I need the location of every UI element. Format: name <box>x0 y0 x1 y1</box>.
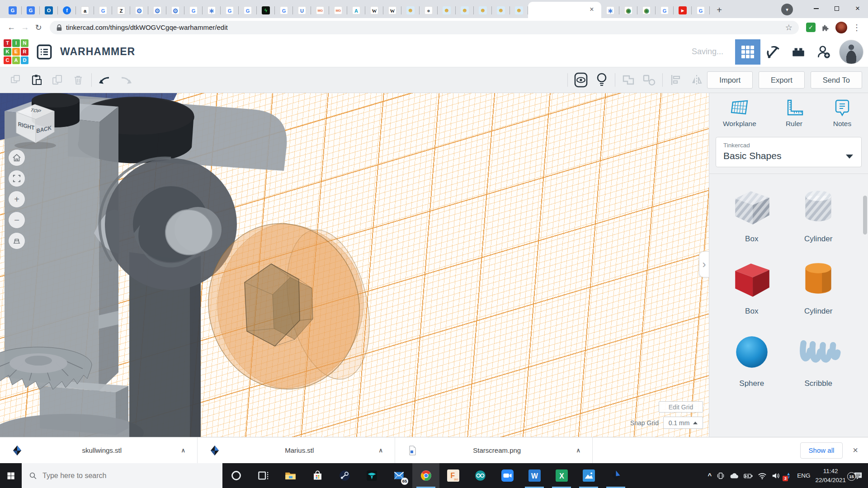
tab-close-icon[interactable]: × <box>588 6 596 14</box>
extensions-puzzle-icon[interactable] <box>821 23 830 32</box>
model-bevel-gear[interactable] <box>0 347 92 389</box>
snap-grid-select[interactable]: 0.1 mm <box>663 417 703 429</box>
show-all-downloads-button[interactable]: Show all <box>800 442 843 459</box>
import-button[interactable]: Import <box>707 71 753 89</box>
pinned-tab-robot-toy[interactable]: ☻ <box>474 3 492 18</box>
copy-button[interactable] <box>5 71 26 89</box>
browser-back-button[interactable]: ← <box>5 21 18 34</box>
shape-sphere[interactable]: Sphere <box>728 331 775 388</box>
blocks-view-button[interactable] <box>735 39 760 65</box>
pinned-tab-autodesk[interactable]: A <box>347 3 365 18</box>
action-center-icon[interactable]: 15 <box>854 472 863 480</box>
panel-collapse-handle[interactable]: › <box>699 251 709 277</box>
edit-grid-button[interactable]: Edit Grid <box>659 401 703 413</box>
send-to-button[interactable]: Send To <box>811 71 862 89</box>
group-button[interactable] <box>618 71 639 89</box>
user-avatar[interactable] <box>839 40 863 64</box>
volume-icon[interactable] <box>772 472 780 479</box>
pinned-tab-robot-toy[interactable]: ☻ <box>492 3 510 18</box>
model-pedestal[interactable] <box>0 380 144 437</box>
pinned-tab-u[interactable]: U <box>293 3 311 18</box>
pinned-tab-robot-toy[interactable]: ☻ <box>456 3 474 18</box>
language-indicator[interactable]: ENG <box>797 472 810 479</box>
url-bar[interactable]: tinkercad.com/things/dtkWOGVCgqe-warhamm… <box>50 21 799 34</box>
panel-scrollbar[interactable] <box>863 174 867 437</box>
pinned-tab-mg[interactable]: MG <box>311 3 329 18</box>
stl-viewer[interactable] <box>602 463 629 488</box>
pinned-tab-wikipedia[interactable]: W <box>383 3 401 18</box>
cortana[interactable] <box>222 463 250 488</box>
download-options-chevron[interactable]: ∧ <box>181 447 185 454</box>
download-options-chevron[interactable]: ∧ <box>378 447 383 454</box>
battery-icon[interactable] <box>744 473 753 479</box>
onedrive-cloud-icon[interactable] <box>730 472 739 479</box>
browser-forward-button[interactable]: → <box>18 21 32 34</box>
browser-reload-button[interactable]: ↻ <box>32 21 45 34</box>
window-maximize-button[interactable] <box>826 0 847 17</box>
model-scene[interactable] <box>0 93 709 437</box>
window-close-button[interactable]: × <box>847 0 868 17</box>
shape-box-transparent[interactable]: Box <box>728 187 775 244</box>
ruler-tool[interactable]: Ruler <box>783 99 804 128</box>
browser-profile-avatar[interactable] <box>835 22 847 33</box>
pinned-tab-youtube[interactable]: ▶ <box>674 3 692 18</box>
pinned-tab-google[interactable]: G <box>692 3 710 18</box>
pinned-tab-emblem[interactable]: ◉ <box>637 3 656 18</box>
align-button[interactable] <box>665 71 686 89</box>
downloads-bar-close-icon[interactable]: × <box>853 445 858 455</box>
pinned-tab-google[interactable]: G <box>275 3 293 18</box>
chrome[interactable] <box>412 463 439 488</box>
predator-sense[interactable] <box>358 463 385 488</box>
tinkercad-logo[interactable]: TINKERCAD <box>4 39 28 64</box>
wifi-icon[interactable] <box>758 472 767 479</box>
download-marius[interactable]: Marius.stl ∧ <box>198 437 395 463</box>
microsoft-store[interactable] <box>304 463 331 488</box>
pinned-tab-google[interactable]: G <box>221 3 239 18</box>
sync-app-icon[interactable]: 3 <box>785 472 792 479</box>
active-tab-tinkercad[interactable]: × <box>528 2 601 18</box>
pinned-tab-translate[interactable]: G <box>22 3 40 18</box>
invite-people-button[interactable] <box>811 39 836 65</box>
pinned-tab-google[interactable]: G <box>184 3 203 18</box>
download-options-chevron[interactable]: ∧ <box>576 447 580 454</box>
pinned-tab-amazon[interactable]: a <box>76 3 94 18</box>
bookmark-star-icon[interactable]: ☆ <box>785 23 793 33</box>
mirror-button[interactable] <box>686 71 707 89</box>
window-minimize-button[interactable] <box>806 0 826 17</box>
shape-cylinder-transparent[interactable]: Cylinder <box>795 187 842 244</box>
shape-box-solid[interactable]: Box <box>728 259 775 316</box>
pinned-tab-settings-gear[interactable]: ⚙ <box>130 3 148 18</box>
new-tab-button[interactable]: + <box>712 3 726 17</box>
shape-scribble[interactable]: Scribble <box>795 331 842 388</box>
pinned-tab-robot-toy[interactable]: ☻ <box>438 3 456 18</box>
undo-button[interactable] <box>94 71 115 89</box>
view-cube[interactable]: TOP RIGHT BACK <box>9 99 61 151</box>
pinned-tab-settings-gear[interactable]: ⚙ <box>148 3 166 18</box>
file-explorer[interactable] <box>277 463 304 488</box>
arduino[interactable] <box>467 463 494 488</box>
word[interactable] <box>521 463 548 488</box>
show-all-button[interactable] <box>591 71 612 89</box>
paste-button[interactable] <box>26 71 47 89</box>
shape-cylinder-solid[interactable]: Cylinder <box>795 259 842 316</box>
ungroup-button[interactable] <box>639 71 660 89</box>
extension-check-icon[interactable]: ✓ <box>806 23 816 32</box>
steam[interactable] <box>331 463 358 488</box>
photos[interactable] <box>575 463 602 488</box>
zoom-out-button[interactable]: − <box>8 211 25 229</box>
redo-button[interactable] <box>115 71 136 89</box>
design-title[interactable]: WARHAMMER <box>60 46 135 58</box>
tray-expand-icon[interactable]: ^ <box>708 472 712 479</box>
pinned-tab-facebook[interactable]: f <box>58 3 76 18</box>
hide-selected-button[interactable] <box>571 71 591 89</box>
excel[interactable] <box>548 463 575 488</box>
taskbar-search[interactable] <box>22 463 222 488</box>
pinned-tab-google[interactable]: G <box>656 3 674 18</box>
notes-tool[interactable]: Notes <box>832 99 853 128</box>
fusion-360[interactable] <box>439 463 467 488</box>
export-button[interactable]: Export <box>759 71 805 89</box>
mail[interactable]: 65 <box>385 463 412 488</box>
device-icon[interactable] <box>717 472 725 480</box>
start-button[interactable] <box>0 463 22 488</box>
pinned-tab-mg[interactable]: MG <box>329 3 347 18</box>
